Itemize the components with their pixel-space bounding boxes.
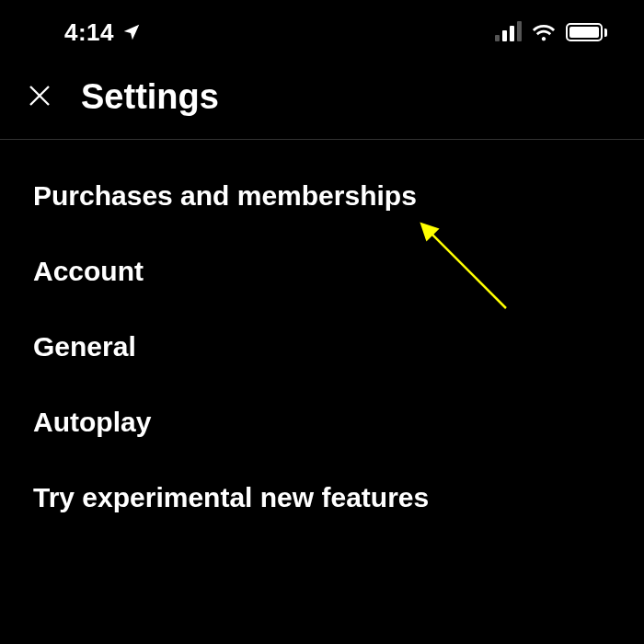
settings-item-label: General [33,331,136,362]
settings-item-label: Account [33,256,144,286]
settings-item-label: Purchases and memberships [33,180,417,211]
status-bar: 4:14 [0,0,644,55]
status-right [495,22,607,42]
location-arrow-icon [121,22,142,42]
battery-icon [566,23,607,41]
settings-item-autoplay[interactable]: Autoplay [0,385,644,460]
close-button[interactable] [26,82,53,113]
page-title: Settings [81,77,219,117]
settings-item-purchases[interactable]: Purchases and memberships [0,158,644,234]
settings-list: Purchases and memberships Account Genera… [0,140,644,554]
settings-item-label: Autoplay [33,407,151,437]
close-icon [26,82,53,113]
settings-item-account[interactable]: Account [0,234,644,309]
settings-item-experimental[interactable]: Try experimental new features [0,460,644,535]
wifi-icon [531,22,557,42]
status-time: 4:14 [64,18,114,47]
status-left: 4:14 [64,18,142,47]
settings-header: Settings [0,55,644,140]
settings-item-label: Try experimental new features [33,482,429,512]
cellular-signal-icon [495,23,522,41]
settings-item-general[interactable]: General [0,309,644,385]
